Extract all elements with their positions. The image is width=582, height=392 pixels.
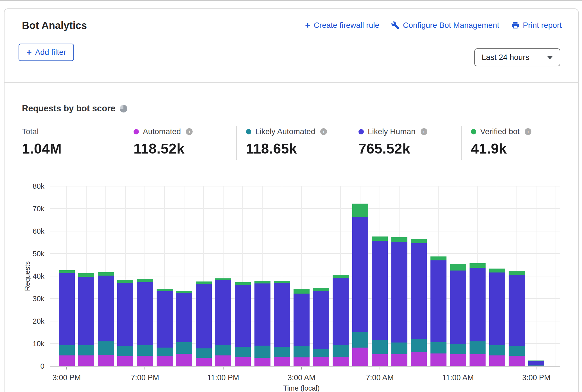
bar-segment-automated — [176, 354, 192, 366]
bar-segment-verified-bot — [391, 237, 407, 242]
add-filter-button[interactable]: + Add filter — [19, 44, 74, 61]
bar-segment-automated — [333, 357, 349, 366]
bar-hour-17[interactable] — [391, 237, 407, 366]
bar-segment-automated — [196, 358, 212, 366]
verified-bot-legend-dot — [471, 129, 476, 134]
bar-segment-likely-human — [254, 283, 270, 346]
bar-segment-likely-automated — [59, 345, 75, 355]
bar-hour-21[interactable] — [470, 263, 486, 366]
bar-segment-likely-human — [157, 291, 173, 348]
bar-segment-likely-human — [137, 282, 153, 345]
bar-segment-likely-human — [450, 271, 466, 344]
bar-hour-11[interactable] — [274, 281, 290, 366]
stat-verified-bot-value: 41.9k — [471, 141, 531, 157]
bar-hour-20[interactable] — [450, 264, 466, 366]
bar-segment-likely-automated — [489, 345, 505, 355]
print-report-link[interactable]: Print report — [511, 21, 562, 30]
bar-segment-verified-bot — [411, 239, 427, 243]
bar-hour-15[interactable] — [352, 204, 368, 366]
bar-hour-16[interactable] — [372, 236, 388, 366]
bar-segment-likely-automated — [509, 346, 525, 356]
bar-segment-likely-automated — [470, 341, 486, 354]
print-report-label: Print report — [523, 21, 562, 30]
bar-segment-likely-automated — [78, 345, 94, 355]
bar-hour-10[interactable] — [254, 281, 270, 366]
info-icon[interactable]: i — [421, 128, 427, 135]
stat-total: Total 1.04M — [22, 127, 62, 157]
bar-segment-verified-bot — [157, 289, 173, 291]
stat-automated-value: 118.52k — [134, 141, 193, 157]
bar-segment-verified-bot — [235, 282, 251, 285]
bar-segment-verified-bot — [98, 272, 114, 276]
bar-segment-likely-human — [98, 276, 114, 341]
create-firewall-rule-link[interactable]: + Create firewall rule — [305, 21, 379, 30]
pie-chart-icon — [120, 105, 127, 112]
stat-likely-automated-label: Likely Automated — [255, 127, 315, 136]
bar-segment-likely-automated — [254, 346, 270, 357]
bar-segment-automated — [489, 355, 505, 366]
bar-segment-automated — [78, 355, 94, 366]
info-icon[interactable]: i — [525, 128, 531, 135]
bar-segment-automated — [98, 355, 114, 366]
stat-likely-automated: Likely Automated i 118.65k — [246, 127, 327, 157]
bar-hour-6[interactable] — [176, 291, 192, 366]
bar-segment-automated — [274, 357, 290, 366]
bar-hour-18[interactable] — [411, 239, 427, 366]
bar-hour-13[interactable] — [313, 288, 329, 366]
bar-hour-3[interactable] — [117, 280, 133, 366]
bar-segment-likely-automated — [430, 342, 446, 353]
stat-divider — [124, 126, 124, 160]
bar-segment-verified-bot — [137, 279, 153, 282]
bar-segment-automated — [352, 348, 368, 366]
header-divider — [4, 82, 579, 83]
bar-hour-5[interactable] — [157, 289, 173, 366]
bar-hour-24[interactable] — [528, 361, 544, 366]
bar-hour-8[interactable] — [215, 278, 231, 366]
bar-segment-likely-human — [215, 280, 231, 345]
bar-hour-14[interactable] — [333, 275, 349, 366]
bar-segment-likely-automated — [215, 345, 231, 355]
info-icon[interactable]: i — [320, 128, 327, 135]
stat-divider — [236, 126, 237, 160]
bar-hour-12[interactable] — [294, 289, 310, 366]
bar-segment-likely-human — [430, 260, 446, 342]
bar-hour-9[interactable] — [235, 282, 251, 366]
bar-hour-22[interactable] — [489, 269, 505, 366]
stat-verified-bot-label: Verified bot — [480, 127, 520, 136]
add-filter-label: Add filter — [35, 48, 66, 57]
bar-hour-19[interactable] — [430, 256, 446, 366]
bar-hour-1[interactable] — [78, 273, 94, 366]
bar-segment-likely-automated — [137, 345, 153, 356]
likely-human-legend-dot — [358, 129, 364, 134]
bar-hour-4[interactable] — [137, 279, 153, 366]
bar-hour-7[interactable] — [196, 281, 212, 366]
bar-hour-23[interactable] — [509, 271, 525, 366]
stat-divider — [461, 126, 462, 160]
bar-segment-automated — [411, 352, 427, 366]
bar-hour-0[interactable] — [59, 270, 75, 366]
bar-segment-verified-bot — [333, 275, 349, 278]
bar-segment-verified-bot — [117, 280, 133, 283]
bar-segment-automated — [450, 354, 466, 366]
time-range-select[interactable]: Last 24 hours — [474, 48, 560, 66]
info-icon[interactable]: i — [186, 128, 193, 135]
bar-segment-likely-automated — [117, 346, 133, 356]
bar-segment-likely-automated — [450, 344, 466, 354]
bar-segment-automated — [509, 356, 525, 366]
bar-segment-likely-human — [235, 285, 251, 347]
bar-segment-automated — [372, 354, 388, 366]
section-title-row: Requests by bot score — [22, 103, 127, 114]
configure-bot-management-link[interactable]: Configure Bot Management — [391, 21, 499, 30]
bar-segment-verified-bot — [489, 269, 505, 272]
bar-segment-likely-human — [196, 284, 212, 348]
stat-verified-bot: Verified bot i 41.9k — [471, 127, 531, 157]
bar-segment-likely-human — [78, 277, 94, 345]
stat-divider — [349, 126, 349, 160]
stat-total-value: 1.04M — [22, 141, 62, 157]
likely-automated-legend-dot — [246, 129, 251, 134]
stat-likely-human: Likely Human i 765.52k — [358, 127, 427, 157]
bar-segment-likely-automated — [294, 346, 310, 357]
bar-segment-automated — [528, 366, 544, 366]
bar-hour-2[interactable] — [98, 272, 114, 366]
stat-total-label: Total — [22, 127, 39, 136]
